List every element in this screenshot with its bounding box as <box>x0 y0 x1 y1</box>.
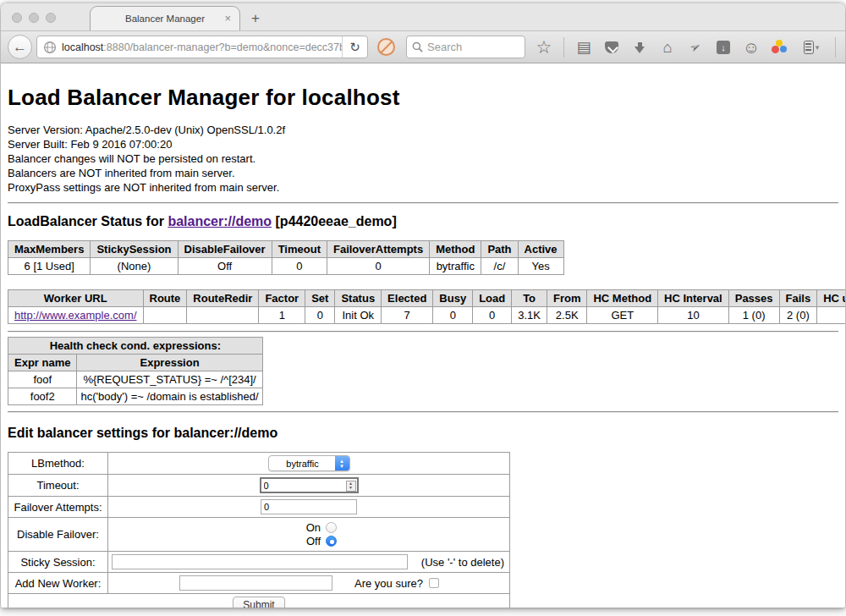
sticky-session-row: Sticky Session: (Use '-' to delete) <box>8 552 510 573</box>
radio-off-label: Off <box>306 535 321 547</box>
url-bar[interactable]: localhost:8880/balancer-manager?b=demo&n… <box>36 36 368 58</box>
lbmethod-label: LBmethod: <box>8 453 108 475</box>
sticky-session-input[interactable] <box>112 554 408 569</box>
server-built: Server Built: Feb 9 2016 07:00:20 <box>8 137 838 151</box>
content-block-icon[interactable] <box>377 38 395 56</box>
health-header-row: Expr name Expression <box>8 355 263 371</box>
add-worker-label: Add New Worker: <box>8 573 108 594</box>
disable-failover-on-radio[interactable] <box>326 522 337 533</box>
radio-on-label: On <box>306 521 321 534</box>
share-colors-icon[interactable] <box>771 38 788 57</box>
url-path: :8880/balancer-manager?b=demo&nonce=decc… <box>103 41 342 53</box>
container-tabs-icon[interactable]: ▾ <box>799 38 824 57</box>
worker-data-row: http://www.example.com/ 1 0 Init Ok 7 0 … <box>8 307 846 324</box>
window-controls[interactable] <box>12 13 56 23</box>
timeout-row: Timeout: ▲▼ <box>8 475 510 497</box>
select-stepper-icon: ▲▼ <box>335 455 349 471</box>
server-info: Server Version: Apache/2.5.0-dev (Unix) … <box>8 123 838 195</box>
reload-button[interactable]: ↻ <box>342 36 367 58</box>
are-you-sure-checkbox[interactable] <box>429 578 439 588</box>
search-icon <box>412 41 423 52</box>
are-you-sure-label: Are you sure? <box>354 577 423 590</box>
add-worker-row: Add New Worker: Are you sure? <box>8 573 510 594</box>
timeout-label: Timeout: <box>8 475 108 497</box>
status-heading: LoadBalancer Status for balancer://demo … <box>8 214 838 229</box>
health-title-row: Health check cond. expressions: <box>8 338 263 355</box>
container-caret-icon: ▾ <box>816 43 820 52</box>
health-row-foof2: foof2 hc('body') =~ /domain is establish… <box>8 388 263 405</box>
note-persist: Balancer changes will NOT be persisted o… <box>8 151 838 166</box>
url-domain: localhost <box>62 41 103 53</box>
tab-title: Balancer Manager <box>125 14 205 24</box>
worker-table: Worker URL Route RouteRedir Factor Set S… <box>8 289 845 324</box>
back-button[interactable]: ← <box>8 35 32 59</box>
search-bar[interactable] <box>406 36 525 58</box>
feedback-smiley-icon[interactable]: ☺ <box>743 38 760 57</box>
lbmethod-row: LBmethod: bytraffic ▲▼ <box>8 453 510 475</box>
timeout-input[interactable] <box>260 477 359 493</box>
add-worker-input[interactable] <box>179 575 332 591</box>
edit-settings-heading: Edit balancer settings for balancer://de… <box>8 426 838 441</box>
tab-close-icon[interactable]: × <box>224 13 231 24</box>
balancer-settings-form: LBmethod: bytraffic ▲▼ Timeout: ▲▼ <box>8 452 510 608</box>
divider <box>8 202 838 204</box>
send-tab-icon[interactable]: ➢ <box>687 38 704 57</box>
disable-failover-label: Disable Failover: <box>8 518 108 552</box>
sticky-session-hint: (Use '-' to delete) <box>421 556 506 569</box>
lbmethod-value: bytraffic <box>269 459 335 469</box>
new-tab-button[interactable]: + <box>251 11 260 26</box>
globe-icon <box>43 41 57 54</box>
save-page-icon[interactable]: ↓ <box>715 38 732 57</box>
url-text[interactable]: localhost:8880/balancer-manager?b=demo&n… <box>62 41 342 53</box>
note-proxypass: ProxyPass settings are NOT inherited fro… <box>8 180 838 195</box>
page-title: Load Balancer Manager for localhost <box>8 85 838 111</box>
navigation-toolbar: ← localhost:8880/balancer-manager?b=demo… <box>1 30 845 63</box>
worker-header-row: Worker URL Route RouteRedir Factor Set S… <box>8 290 846 307</box>
server-version: Server Version: Apache/2.5.0-dev (Unix) … <box>8 123 838 137</box>
worker-url-link[interactable]: http://www.example.com/ <box>14 309 137 322</box>
health-check-table: Health check cond. expressions: Expr nam… <box>8 337 263 405</box>
note-inherit: Balancers are NOT inherited from main se… <box>8 166 838 180</box>
browser-window: Balancer Manager × + ← localhost:8880/ba… <box>1 3 845 608</box>
balancer-status-table: MaxMembers StickySession DisableFailover… <box>8 240 564 275</box>
bookmark-star-icon[interactable]: ☆ <box>536 38 552 57</box>
divider <box>8 411 838 413</box>
reading-list-icon[interactable]: ▤ <box>575 38 592 57</box>
reload-icon: ↻ <box>349 40 360 55</box>
failover-attempts-input[interactable] <box>261 499 357 514</box>
submit-button[interactable]: Submit <box>233 597 284 608</box>
submit-row: Submit <box>8 594 510 608</box>
balancer-data-row: 6 [1 Used] (None) Off 0 0 bytraffic /c/ … <box>8 258 564 275</box>
failover-attempts-row: Failover Attempts: <box>8 497 510 518</box>
pocket-icon[interactable] <box>603 38 620 57</box>
failover-attempts-label: Failover Attempts: <box>8 497 108 518</box>
disable-failover-off-radio[interactable] <box>326 536 337 547</box>
number-spinner-icon[interactable]: ▲▼ <box>346 481 356 492</box>
tab-bar: Balancer Manager × + <box>1 3 845 30</box>
lbmethod-select[interactable]: bytraffic ▲▼ <box>268 455 350 471</box>
divider <box>8 331 838 333</box>
zoom-window-button[interactable] <box>46 13 56 23</box>
balancer-demo-link[interactable]: balancer://demo <box>168 214 272 228</box>
toolbar-separator <box>563 37 564 58</box>
toolbar-icons: ☆ ▤ ⌂ ➢ ↓ ☺ ▾ <box>536 37 845 58</box>
home-icon[interactable]: ⌂ <box>659 38 676 57</box>
balancer-header-row: MaxMembers StickySession DisableFailover… <box>8 241 564 258</box>
toolbar-separator <box>835 37 836 58</box>
downloads-icon[interactable] <box>631 38 648 57</box>
disable-failover-row: Disable Failover: On Off <box>8 518 510 552</box>
page-content: Load Balancer Manager for localhost Serv… <box>1 63 845 608</box>
tab-balancer-manager[interactable]: Balancer Manager × <box>90 6 240 30</box>
close-window-button[interactable] <box>12 13 22 23</box>
health-row-foof: foof %{REQUEST_STATUS} =~ /^[234]/ <box>8 371 263 388</box>
minimize-window-button[interactable] <box>29 13 39 23</box>
search-input[interactable] <box>427 41 519 53</box>
back-icon: ← <box>13 39 27 56</box>
sticky-session-label: Sticky Session: <box>8 552 108 573</box>
